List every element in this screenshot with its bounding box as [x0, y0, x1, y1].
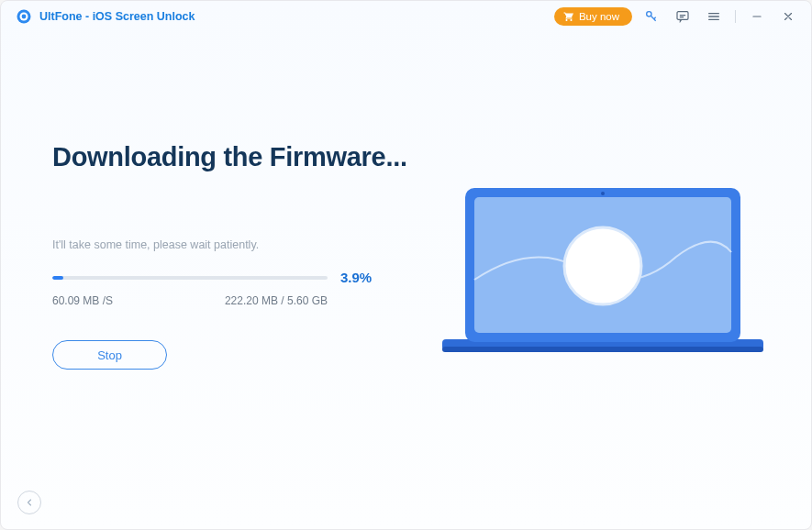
key-icon[interactable]	[640, 5, 663, 28]
svg-point-2	[22, 15, 27, 19]
buy-now-label: Buy now	[579, 11, 619, 22]
arrow-left-icon	[24, 497, 35, 508]
cart-icon	[563, 11, 574, 22]
download-stats: 60.09 MB /S 222.20 MB / 5.60 GB	[52, 294, 328, 307]
minimize-button[interactable]	[745, 5, 769, 28]
back-button[interactable]	[17, 491, 41, 514]
close-button[interactable]	[776, 5, 800, 28]
buy-now-button[interactable]: Buy now	[554, 7, 632, 26]
wait-text: It'll take some time, please wait patien…	[52, 238, 419, 251]
progress-row: 3.9%	[52, 270, 419, 285]
svg-rect-6	[442, 347, 763, 352]
feedback-icon[interactable]	[671, 5, 695, 28]
app-window: UltFone - iOS Screen Unlock Buy now	[0, 0, 812, 530]
download-size: 222.20 MB / 5.60 GB	[225, 294, 328, 307]
app-title: UltFone - iOS Screen Unlock	[39, 10, 195, 23]
download-panel: Downloading the Firmware... It'll take s…	[52, 142, 419, 381]
progress-fill	[52, 276, 63, 280]
titlebar-separator	[735, 10, 736, 23]
app-logo-icon	[16, 8, 32, 25]
svg-point-11	[601, 192, 605, 195]
menu-icon[interactable]	[702, 5, 726, 28]
illustration-panel	[438, 142, 768, 381]
svg-point-3	[647, 12, 651, 17]
titlebar: UltFone - iOS Screen Unlock Buy now	[1, 1, 811, 32]
progress-bar	[52, 276, 328, 280]
page-title: Downloading the Firmware...	[52, 142, 419, 172]
download-speed: 60.09 MB /S	[52, 294, 113, 307]
laptop-illustration	[438, 179, 768, 381]
stop-button[interactable]: Stop	[52, 340, 167, 370]
main-content: Downloading the Firmware... It'll take s…	[1, 32, 811, 381]
progress-percent: 3.9%	[340, 270, 372, 285]
